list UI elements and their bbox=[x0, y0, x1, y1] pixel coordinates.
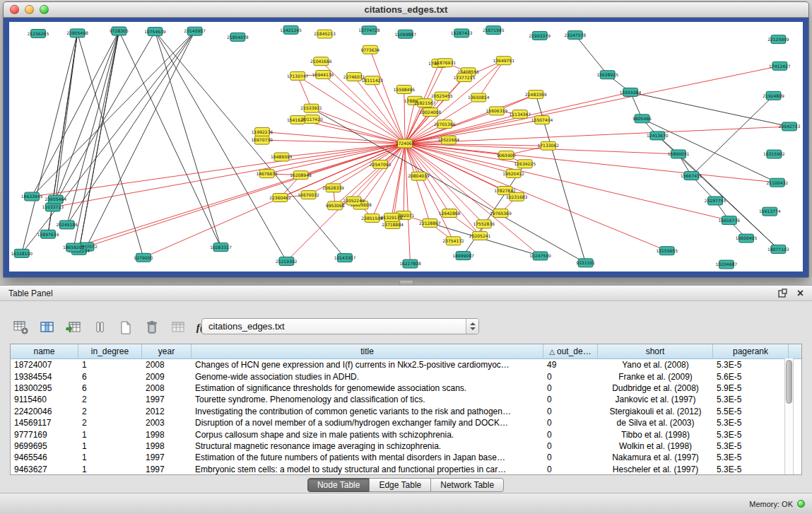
graph-node[interactable]: 21329138 bbox=[381, 213, 403, 221]
graph-edge[interactable] bbox=[642, 119, 777, 182]
graph-node[interactable]: 23140957 bbox=[184, 27, 206, 35]
graph-node[interactable]: 22360462 bbox=[269, 194, 291, 202]
graph-node[interactable]: 14633945 bbox=[21, 192, 43, 201]
table-row[interactable]: 946362711997Embryonic stem cells: a mode… bbox=[11, 464, 801, 475]
graph-node[interactable]: 20205241 bbox=[469, 231, 491, 240]
graph-node[interactable]: 9605466 bbox=[632, 115, 652, 123]
graph-node[interactable]: 18111423 bbox=[362, 76, 384, 85]
graph-node[interactable]: 10600405 bbox=[736, 234, 758, 243]
window-titlebar[interactable]: citations_edges.txt bbox=[4, 2, 808, 18]
graph-node[interactable]: 14999087 bbox=[452, 252, 474, 260]
tab-edge-table[interactable]: Edge Table bbox=[369, 478, 431, 492]
graph-node[interactable]: 20525455 bbox=[431, 92, 453, 100]
graph-node[interactable]: 17130747 bbox=[287, 71, 309, 80]
graph-node[interactable]: 21821567 bbox=[414, 99, 436, 107]
graph-node[interactable]: 15555084 bbox=[620, 88, 642, 96]
graph-node[interactable]: 22701366 bbox=[434, 120, 456, 129]
table-scrollbar[interactable] bbox=[784, 358, 794, 474]
graph-node[interactable]: 9728305 bbox=[110, 27, 129, 35]
graph-node[interactable]: 17377215 bbox=[454, 74, 476, 82]
graph-node[interactable]: 21041666 bbox=[310, 57, 332, 66]
graph-edge[interactable] bbox=[298, 76, 311, 108]
graph-node[interactable]: 16227808 bbox=[399, 259, 421, 268]
graph-node[interactable]: 11876931 bbox=[434, 59, 456, 67]
graph-edge[interactable] bbox=[405, 144, 548, 146]
select-rows-button[interactable] bbox=[90, 317, 110, 337]
graph-node[interactable]: 15287433 bbox=[451, 29, 473, 37]
graph-edge[interactable] bbox=[79, 31, 119, 250]
graph-node[interactable]: 11134347 bbox=[509, 110, 531, 118]
graph-node[interactable]: 20804039 bbox=[408, 172, 430, 180]
graph-node[interactable]: 20245186 bbox=[56, 221, 78, 229]
graph-edge[interactable] bbox=[372, 144, 405, 218]
tab-node-table[interactable]: Node Table bbox=[307, 478, 370, 492]
new-document-button[interactable] bbox=[116, 317, 136, 337]
show-columns-button[interactable] bbox=[37, 317, 57, 337]
graph-edge[interactable] bbox=[575, 35, 608, 75]
graph-node[interactable]: 16328100 bbox=[11, 249, 33, 257]
import-table-button[interactable] bbox=[168, 317, 188, 337]
graph-edge[interactable] bbox=[32, 31, 119, 197]
graph-node[interactable]: 17412427 bbox=[769, 62, 791, 70]
graph-node[interactable]: 1724067 bbox=[396, 139, 415, 148]
graph-node[interactable]: 16486595 bbox=[271, 153, 293, 161]
table-row[interactable]: 969969511998Structural magnetic resonanc… bbox=[11, 440, 801, 452]
graph-node[interactable]: 10522664 bbox=[438, 136, 460, 144]
column-header-short[interactable]: short bbox=[598, 344, 713, 358]
graph-edge[interactable] bbox=[370, 49, 405, 144]
column-header-pagerank[interactable]: pagerank bbox=[713, 344, 789, 358]
graph-node[interactable]: 9953068 bbox=[326, 201, 345, 210]
graph-node[interactable]: 12897639 bbox=[37, 230, 59, 238]
graph-node[interactable]: 20117420 bbox=[301, 115, 323, 124]
column-header-title[interactable]: title bbox=[192, 344, 543, 358]
graph-node[interactable]: 19765369 bbox=[490, 209, 512, 218]
graph-edge[interactable] bbox=[53, 32, 155, 207]
graph-node[interactable]: 22125959 bbox=[767, 35, 789, 44]
graph-node[interactable]: 11421245 bbox=[280, 25, 302, 34]
graph-node[interactable]: 22483399 bbox=[525, 90, 547, 99]
graph-node[interactable]: 10283317 bbox=[210, 243, 232, 252]
graph-edge[interactable] bbox=[86, 144, 405, 247]
graph-node[interactable]: 13155655 bbox=[656, 247, 678, 255]
graph-node[interactable]: 15890051 bbox=[668, 150, 690, 158]
close-button[interactable] bbox=[10, 5, 19, 14]
graph-edge[interactable] bbox=[691, 95, 773, 175]
graph-node[interactable]: 15667411 bbox=[681, 172, 702, 180]
graph-node[interactable]: 9279000 bbox=[134, 253, 153, 262]
column-header-name[interactable]: name bbox=[11, 344, 78, 358]
graph-edge[interactable] bbox=[32, 144, 405, 197]
graph-node[interactable]: 23955464 bbox=[45, 195, 66, 204]
graph-node[interactable]: 11992236 bbox=[252, 127, 273, 136]
graph-node[interactable]: 23247578 bbox=[565, 31, 587, 40]
zoom-button[interactable] bbox=[40, 5, 49, 14]
graph-node[interactable]: 20024008 bbox=[420, 108, 442, 117]
graph-node[interactable]: 21256265 bbox=[28, 29, 49, 37]
graph-node[interactable]: 23851508 bbox=[361, 214, 383, 222]
delete-button[interactable] bbox=[142, 317, 162, 337]
close-panel-button[interactable]: × bbox=[797, 288, 804, 298]
graph-edge[interactable] bbox=[155, 32, 220, 247]
graph-node[interactable]: 23052249 bbox=[343, 197, 365, 205]
table-row[interactable]: 911546021997Tourette syndrome. Phenomeno… bbox=[11, 394, 801, 405]
graph-node[interactable]: 16315902 bbox=[763, 150, 785, 158]
graph-node[interactable]: 22547090 bbox=[370, 160, 392, 168]
table-row[interactable]: 977716911998Corpus callosum shape and si… bbox=[11, 428, 801, 440]
table-row[interactable]: 946554611997Estimation of the future num… bbox=[11, 452, 801, 463]
graph-node[interactable]: 20942733 bbox=[779, 122, 801, 131]
graph-node[interactable]: 15913774 bbox=[759, 207, 781, 216]
graph-edge[interactable] bbox=[67, 31, 195, 225]
graph-node[interactable]: 16970730 bbox=[251, 136, 273, 144]
table-row[interactable]: 1938455462009Genome-wide association stu… bbox=[11, 370, 801, 382]
graph-node[interactable]: 16944136 bbox=[312, 71, 334, 79]
combobox-stepper-icon[interactable] bbox=[466, 319, 478, 334]
column-header-out_de[interactable]: △out_de… bbox=[543, 344, 598, 358]
graph-edge[interactable] bbox=[155, 32, 286, 262]
scrollbar-thumb[interactable] bbox=[786, 360, 792, 404]
table-row[interactable]: 1830029562008Estimation of significance … bbox=[11, 382, 801, 394]
graph-node[interactable]: 10143307 bbox=[334, 254, 356, 262]
graph-edge[interactable] bbox=[78, 33, 143, 257]
table-settings-button[interactable] bbox=[11, 317, 31, 337]
table-selector-combobox[interactable]: citations_edges.txt bbox=[201, 318, 479, 334]
graph-node[interactable]: 15606319 bbox=[486, 107, 508, 115]
graph-node[interactable]: 14676675 bbox=[256, 170, 278, 178]
